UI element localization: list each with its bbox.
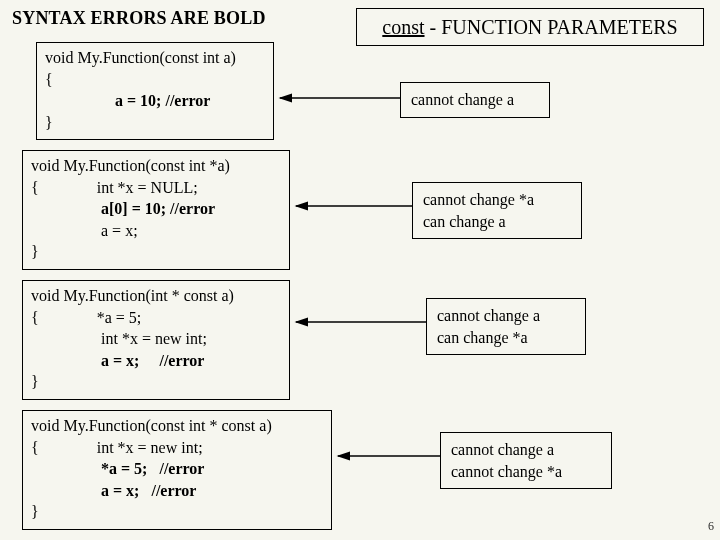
code3-l3b: //error <box>159 352 204 369</box>
code1-close: } <box>45 112 265 134</box>
slide-title: const - FUNCTION PARAMETERS <box>356 8 704 46</box>
code-box-2: void My.Function(const int *a) {int *x =… <box>22 150 290 270</box>
code4-l2a: *a = 5; <box>101 460 159 477</box>
code2-l1: int *x = NULL; <box>97 179 198 196</box>
note2-l2: can change a <box>423 211 571 233</box>
title-text: const - FUNCTION PARAMETERS <box>382 16 677 39</box>
code1-open: { <box>45 69 265 91</box>
code4-l3b: //error <box>151 482 196 499</box>
note3-l2: can change *a <box>437 327 575 349</box>
code-box-4: void My.Function(const int * const a) {i… <box>22 410 332 530</box>
code2-open: { <box>31 179 39 196</box>
note4-l1: cannot change a <box>451 439 601 461</box>
code-box-3: void My.Function(int * const a) {*a = 5;… <box>22 280 290 400</box>
code3-l1: *a = 5; <box>97 309 142 326</box>
title-rest: - FUNCTION PARAMETERS <box>425 16 678 38</box>
code4-close: } <box>31 501 323 523</box>
note3-l1: cannot change a <box>437 305 575 327</box>
code1-body1a: a = 10; <box>115 92 165 109</box>
code2-l2b: //error <box>170 200 215 217</box>
code2-sig: void My.Function(const int *a) <box>31 155 281 177</box>
note-box-3: cannot change a can change *a <box>426 298 586 355</box>
code1-sig: void My.Function(const int a) <box>45 47 265 69</box>
note2-l1: cannot change *a <box>423 189 571 211</box>
code2-close: } <box>31 241 281 263</box>
note4-l2: cannot change *a <box>451 461 601 483</box>
code4-open: { <box>31 439 39 456</box>
code4-l1: int *x = new int; <box>97 439 203 456</box>
code-box-1: void My.Function(const int a) { a = 10; … <box>36 42 274 140</box>
code3-l3a: a = x; <box>101 352 159 369</box>
code3-open: { <box>31 309 39 326</box>
code2-l2a: a[0] = 10; <box>101 200 170 217</box>
code4-l2b: //error <box>159 460 204 477</box>
note-box-4: cannot change a cannot change *a <box>440 432 612 489</box>
title-const: const <box>382 16 424 38</box>
code3-l2: int *x = new int; <box>101 330 207 347</box>
code4-l3a: a = x; <box>101 482 151 499</box>
page-number: 6 <box>708 519 714 534</box>
slide-heading: SYNTAX ERRORS ARE BOLD <box>12 8 266 29</box>
code1-body1b: //error <box>165 92 210 109</box>
code4-sig: void My.Function(const int * const a) <box>31 415 323 437</box>
note-box-1: cannot change a <box>400 82 550 118</box>
note1-l1: cannot change a <box>411 89 539 111</box>
code3-close: } <box>31 371 281 393</box>
code3-sig: void My.Function(int * const a) <box>31 285 281 307</box>
slide: SYNTAX ERRORS ARE BOLD const - FUNCTION … <box>0 0 720 540</box>
code2-l3: a = x; <box>101 222 138 239</box>
code1-body: a = 10; //error <box>45 90 265 112</box>
note-box-2: cannot change *a can change a <box>412 182 582 239</box>
